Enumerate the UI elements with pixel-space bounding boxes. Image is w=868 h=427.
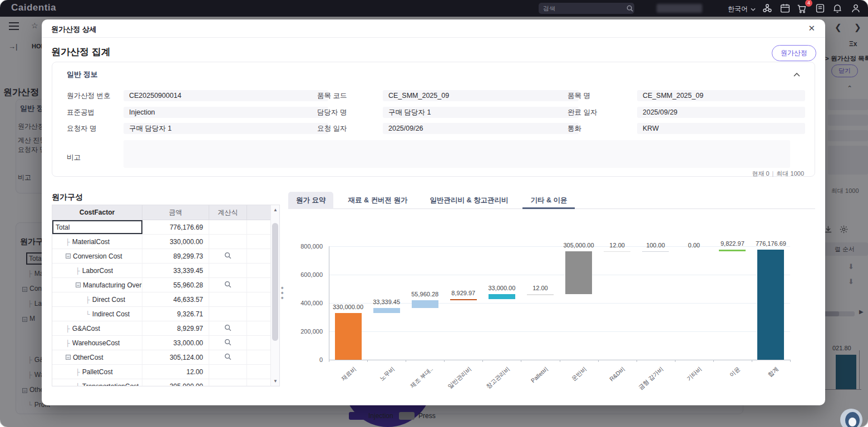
- waterfall-bar[interactable]: [565, 251, 592, 295]
- cost-estimation-button[interactable]: 원가산정: [772, 45, 816, 61]
- language-selector[interactable]: 한국어: [728, 4, 756, 14]
- table-row[interactable]: –Manufacturing OverheadCost55,960.28: [52, 278, 279, 292]
- costfactor-cell[interactable]: ├G&ACost: [52, 321, 142, 335]
- costfactor-cell[interactable]: –Manufacturing OverheadCost: [52, 278, 142, 292]
- table-row[interactable]: ├G&ACost8,929.97: [52, 321, 279, 336]
- char-current: 현재 0: [752, 170, 769, 177]
- waterfall-bar[interactable]: [373, 308, 400, 313]
- waterfall-bar[interactable]: [642, 251, 669, 252]
- char-max: 최대 1000: [776, 170, 804, 177]
- tree-collapse-icon[interactable]: –: [66, 355, 71, 360]
- extra-cell: [247, 292, 272, 306]
- col-formula[interactable]: 계산식: [209, 205, 247, 220]
- x-axis-label: 재료비: [324, 365, 358, 397]
- tree-collapse-icon[interactable]: –: [66, 254, 71, 259]
- costfactor-cell[interactable]: └Indirect Cost: [52, 307, 142, 321]
- costfactor-cell[interactable]: –Conversion Cost: [52, 249, 142, 263]
- costfactor-cell[interactable]: ├PalletCost: [52, 365, 142, 379]
- field-value[interactable]: 2025/09/26: [383, 123, 579, 134]
- tab-2[interactable]: 재료 & 컨버전 원가: [340, 192, 415, 209]
- costfactor-name: Direct Cost: [92, 296, 125, 304]
- modal-header: 원가산정 상세 ✕: [42, 19, 825, 38]
- table-row[interactable]: Total776,176.69: [52, 220, 279, 235]
- table-row[interactable]: ├WarehouseCost33,000.00: [52, 336, 279, 350]
- field-value[interactable]: CE_SMM_2025_09: [383, 90, 579, 101]
- user-profile-icon[interactable]: [850, 2, 862, 14]
- formula-search-icon[interactable]: [224, 324, 231, 334]
- field-value[interactable]: KRW: [637, 123, 805, 134]
- formula-search-icon[interactable]: [224, 280, 231, 290]
- bell-icon[interactable]: [831, 2, 844, 14]
- costfactor-cell[interactable]: ├WarehouseCost: [52, 336, 142, 350]
- global-search[interactable]: [539, 3, 634, 14]
- col-costfactor[interactable]: CostFactor: [52, 205, 142, 220]
- cost-summary-chart: 0200,000400,000600,000800,000330,000.00재…: [288, 209, 815, 393]
- char-counter: 현재 0|최대 1000: [752, 170, 804, 178]
- scroll-up-icon[interactable]: ▲: [271, 207, 280, 212]
- field-value[interactable]: 구매 담당자 1: [124, 123, 328, 134]
- table-header: CostFactor 금액 계산식: [52, 205, 279, 220]
- waterfall-bar[interactable]: [335, 313, 362, 360]
- amount-cell: 33,000.00: [142, 336, 209, 350]
- notes-icon[interactable]: [814, 2, 826, 14]
- tab-1[interactable]: 원가 요약: [288, 192, 333, 209]
- waterfall-bar[interactable]: [412, 300, 438, 308]
- tab-4[interactable]: 기타 & 이윤: [522, 192, 575, 209]
- col-amount[interactable]: 금액: [142, 205, 209, 220]
- y-axis-tick: 600,000: [288, 271, 323, 278]
- formula-search-icon[interactable]: [224, 352, 231, 363]
- formula-search-icon[interactable]: [224, 251, 231, 261]
- formula-cell: [209, 292, 247, 306]
- waterfall-bar[interactable]: [604, 251, 630, 252]
- collapse-chevron-icon[interactable]: [793, 69, 800, 79]
- table-scrollbar[interactable]: ▲ ▼: [270, 205, 279, 386]
- costfactor-cell[interactable]: ├TransportationCost: [52, 379, 142, 386]
- field-value[interactable]: CE_SMM_2025_09: [637, 90, 805, 101]
- costfactor-cell[interactable]: –OtherCost: [52, 350, 142, 364]
- costfactor-cell[interactable]: ├MaterialCost: [52, 235, 142, 249]
- field-value[interactable]: 구매 담당자 1: [383, 107, 579, 118]
- table-row[interactable]: ├MaterialCost330,000.00: [52, 235, 279, 249]
- waterfall-bar[interactable]: [489, 294, 515, 299]
- x-axis-tickmark: [637, 360, 637, 362]
- waterfall-bar[interactable]: [719, 250, 746, 251]
- gridline: [329, 331, 790, 332]
- table-row[interactable]: ├Direct Cost46,633.57: [52, 292, 279, 307]
- table-row[interactable]: ├TransportationCost305,000.00: [52, 379, 279, 386]
- scroll-down-icon[interactable]: ▼: [271, 379, 280, 384]
- scrollbar-thumb[interactable]: [272, 223, 278, 341]
- formula-search-icon[interactable]: [224, 338, 231, 348]
- field-value[interactable]: 2025/09/29: [637, 107, 805, 118]
- field-value[interactable]: CE20250900014: [124, 90, 328, 101]
- close-icon[interactable]: ✕: [808, 23, 815, 33]
- waterfall-bar[interactable]: [450, 299, 477, 300]
- table-row[interactable]: └Indirect Cost9,326.71: [52, 307, 279, 321]
- costfactor-cell[interactable]: ├LaborCost: [52, 264, 142, 277]
- waterfall-bar[interactable]: [757, 250, 784, 360]
- user-name-blurred: [657, 4, 702, 13]
- calendar-icon[interactable]: [779, 2, 791, 14]
- field-value[interactable]: Injection: [124, 107, 328, 118]
- tree-collapse-icon[interactable]: –: [76, 282, 81, 287]
- panel-splitter-handle[interactable]: ⦁⦁⦁: [281, 285, 284, 300]
- costfactor-cell[interactable]: Total: [52, 220, 142, 234]
- table-row[interactable]: ├PalletCost12.00: [52, 365, 279, 379]
- bar-value-label: 776,176.69: [743, 240, 798, 247]
- tab-3[interactable]: 일반관리비 & 창고관리비: [422, 192, 516, 209]
- table-row[interactable]: –Conversion Cost89,299.73: [52, 249, 279, 264]
- costfactor-cell[interactable]: ├Direct Cost: [52, 292, 142, 306]
- x-axis-label: 노무비: [362, 365, 396, 397]
- search-input[interactable]: [539, 5, 627, 12]
- costfactor-name: LaborCost: [82, 267, 113, 275]
- chat-widget[interactable]: [840, 409, 862, 427]
- table-row[interactable]: ├LaborCost33,339.45: [52, 264, 279, 278]
- table-row[interactable]: –OtherCost305,124.00: [52, 350, 279, 365]
- modal-title: 원가산정 상세: [51, 24, 97, 34]
- search-icon[interactable]: [627, 5, 633, 12]
- modules-icon[interactable]: [761, 2, 773, 14]
- waterfall-bar[interactable]: [527, 294, 554, 295]
- remarks-textarea[interactable]: [124, 140, 790, 168]
- extra-cell: [247, 249, 272, 263]
- formula-cell: [209, 336, 247, 350]
- x-axis-label: R&D비: [593, 365, 627, 397]
